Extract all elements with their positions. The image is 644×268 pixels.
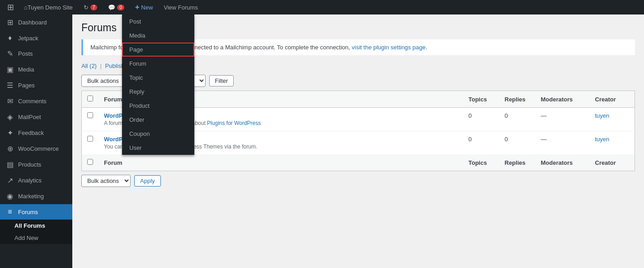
select-all-checkbox[interactable] (87, 96, 93, 101)
comments-icon: ✉ (5, 97, 14, 105)
home-icon: ⌂ (24, 4, 28, 11)
sidebar-item-woocommerce[interactable]: ⊕ WooCommerce (0, 141, 72, 157)
th-topics: Topics (463, 91, 499, 108)
sidebar-item-feedback[interactable]: ✦ Feedback (0, 125, 72, 141)
notice-link[interactable]: visit the plugin settings page (352, 44, 425, 51)
forums-icon: ≡ (5, 208, 14, 216)
new-dropdown-post[interactable]: Post (122, 14, 194, 29)
bulk-actions-select-bottom[interactable]: Bulk actions (81, 175, 131, 187)
row1-checkbox-cell (82, 108, 99, 131)
th-checkbox (82, 91, 99, 108)
apply-button-bottom[interactable]: Apply (134, 175, 161, 187)
adminbar-updates[interactable]: ↻ 7 (79, 0, 102, 14)
sidebar-item-mailpoet[interactable]: ◈ MailPoet (0, 109, 72, 125)
tfoot-topics: Topics (463, 154, 499, 171)
sidebar-item-pages[interactable]: ☰ Pages (0, 77, 72, 93)
admin-bar: ⊞ ⌂ Tuyen Demo Site ↻ 7 💬 0 + New View F… (0, 0, 644, 14)
adminbar-new-button[interactable]: + New (131, 0, 157, 14)
row2-topics: 0 (463, 131, 499, 155)
tfoot-forum: Forum (99, 154, 463, 171)
plus-icon: + (135, 3, 139, 11)
wp-logo-icon[interactable]: ⊞ (4, 2, 18, 12)
row2-checkbox-cell (82, 131, 99, 155)
row1-checkbox[interactable] (87, 112, 93, 118)
th-replies: Replies (499, 91, 536, 108)
dashboard-icon: ⊞ (5, 18, 14, 27)
th-moderators: Moderators (536, 91, 590, 108)
select-all-bottom-checkbox[interactable] (87, 159, 93, 165)
filter-button[interactable]: Filter (209, 75, 234, 86)
row2-checkbox[interactable] (87, 136, 93, 142)
row2-creator-link[interactable]: tuyen (595, 136, 610, 143)
new-dropdown-page[interactable]: Page (122, 43, 194, 57)
sidebar-item-posts[interactable]: ✎ Posts (0, 46, 72, 62)
posts-icon: ✎ (5, 49, 14, 58)
row1-desc-link[interactable]: Plugins for WordPress (207, 120, 261, 126)
row2-replies: 0 (499, 131, 536, 155)
woocommerce-icon: ⊕ (5, 144, 14, 153)
tfoot-creator: Creator (590, 154, 635, 171)
sidebar-item-dashboard[interactable]: ⊞ Dashboard (0, 14, 72, 30)
th-creator: Creator (590, 91, 635, 108)
tfoot-checkbox (82, 154, 99, 171)
submenu-add-new[interactable]: Add New (0, 232, 72, 244)
tfoot-moderators: Moderators (536, 154, 590, 171)
new-dropdown-coupon[interactable]: Coupon (122, 127, 194, 141)
jetpack-icon: ♦ (5, 34, 14, 42)
row1-creator: tuyen (590, 108, 635, 131)
row1-topics: 0 (463, 108, 499, 131)
tfoot-replies: Replies (499, 154, 536, 171)
new-dropdown-reply[interactable]: Reply (122, 85, 194, 99)
sidebar-item-jetpack[interactable]: ♦ Jetpack (0, 30, 72, 46)
sidebar-item-forums[interactable]: ≡ Forums (0, 204, 72, 220)
filter-all[interactable]: All (2) (81, 62, 97, 69)
new-dropdown-user[interactable]: User (122, 141, 194, 155)
sidebar-item-analytics[interactable]: ↗ Analytics (0, 172, 72, 188)
adminbar-site-name[interactable]: ⌂ Tuyen Demo Site (19, 0, 77, 14)
pages-icon: ☰ (5, 81, 14, 90)
row2-moderators: — (536, 131, 590, 155)
products-icon: ▤ (5, 160, 14, 169)
new-dropdown-product[interactable]: Product (122, 99, 194, 113)
sidebar: ⊞ Dashboard ♦ Jetpack ✎ Posts ▣ Media ☰ … (0, 14, 72, 268)
row1-replies: 0 (499, 108, 536, 131)
new-dropdown-order[interactable]: Order (122, 113, 194, 127)
adminbar-view-forums[interactable]: View Forums (159, 0, 202, 14)
submenu-all-forums[interactable]: All Forums (0, 220, 72, 232)
notice-period: . (426, 44, 428, 51)
media-icon: ▣ (5, 65, 14, 74)
feedback-icon: ✦ (5, 129, 14, 137)
adminbar-comments[interactable]: 💬 0 (103, 0, 129, 14)
sidebar-item-comments[interactable]: ✉ Comments (0, 93, 72, 109)
mailpoet-icon: ◈ (5, 113, 14, 121)
new-dropdown-topic[interactable]: Topic (122, 71, 194, 85)
new-dropdown-menu: Post Media Page Forum Topic Reply Produc… (122, 14, 194, 155)
new-dropdown-forum[interactable]: Forum (122, 57, 194, 71)
sidebar-item-products[interactable]: ▤ Products (0, 157, 72, 172)
row1-creator-link[interactable]: tuyen (595, 112, 610, 119)
new-dropdown-media[interactable]: Media (122, 29, 194, 43)
analytics-icon: ↗ (5, 176, 14, 185)
row2-creator: tuyen (590, 131, 635, 155)
marketing-icon: ◉ (5, 192, 14, 201)
tablenav-bottom: Bulk actions Apply (81, 175, 635, 187)
row1-moderators: — (536, 108, 590, 131)
sidebar-item-media[interactable]: ▣ Media (0, 62, 72, 77)
sidebar-item-marketing[interactable]: ◉ Marketing (0, 188, 72, 204)
